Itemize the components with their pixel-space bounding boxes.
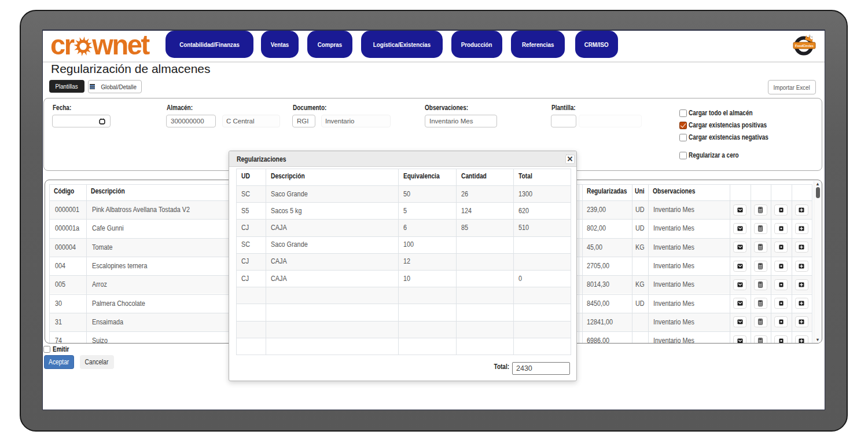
svg-text:FoodCircles: FoodCircles <box>795 44 814 48</box>
